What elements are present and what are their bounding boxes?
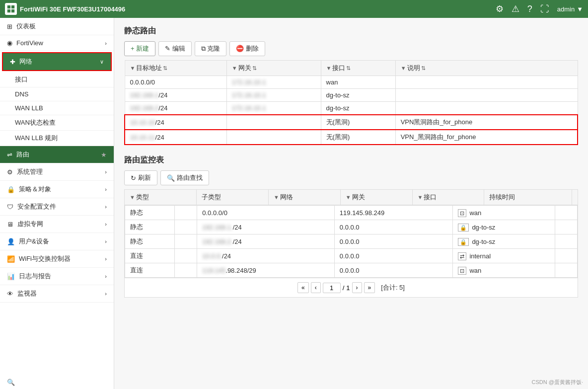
fullscreen-icon[interactable]: ⛶ (540, 4, 549, 14)
sidebar-item-label: 仪表板 (16, 22, 36, 31)
settings-icon[interactable]: ⚙ (496, 3, 504, 14)
eye-icon: ◉ (7, 39, 12, 47)
route-monitor-title: 路由监控表 (124, 155, 578, 165)
table-row-highlighted[interactable]: 10.10.10/24 无(黑洞) VPN黑洞路由_for_phone (125, 115, 578, 130)
prev-page-btn[interactable]: ‹ (311, 282, 321, 293)
monitor-toolbar: ↻ 刷新 🔍 路由查找 (124, 170, 578, 185)
static-routes-table-wrapper: ▼目标地址⇅ ▼网关⇅ ▼接口⇅ ▼说明⇅ 0.0.0.0/0 172.16.1… (124, 60, 578, 145)
col-iface[interactable]: ▼接口 (412, 190, 484, 205)
chevron-down-icon: ▼ (577, 5, 583, 13)
col-type[interactable]: ▼类型 (125, 190, 197, 205)
col-duration[interactable]: 持续时间 (484, 190, 572, 205)
static-routes-toolbar: + 新建 ✎ 编辑 ⧉ 克隆 ⛔ 删除 (124, 41, 578, 56)
chevron-right-icon: › (105, 204, 107, 210)
chevron-right-icon: › (105, 238, 107, 244)
content-area: 静态路由 + 新建 ✎ 编辑 ⧉ 克隆 ⛔ 删除 ▼目标地址⇅ ▼网关⇅ ▼接口… (114, 18, 588, 389)
sidebar-item-wan-llb[interactable]: WAN LLB (0, 101, 114, 115)
col-subtype[interactable]: 子类型 (196, 190, 268, 205)
table-row[interactable]: 静态 0.0.0.0/0 119.145.98.249 ⊡ wan (125, 206, 578, 220)
next-page-btn[interactable]: › (352, 282, 362, 293)
sidebar-item-logs[interactable]: 📊 日志与报告 › (0, 268, 114, 285)
admin-menu[interactable]: admin ▼ (557, 5, 583, 13)
shield-icon: 🛡 (7, 203, 13, 211)
route-search-button[interactable]: 🔍 路由查找 (160, 170, 209, 185)
lock-icon: 🔒 (7, 186, 15, 193)
refresh-button[interactable]: ↻ 刷新 (124, 170, 157, 185)
wifi-icon: 📶 (7, 255, 15, 263)
help-icon[interactable]: ? (527, 4, 532, 14)
sidebar-item-label: 用户&设备 (19, 237, 49, 246)
sidebar-item-routing[interactable]: ⇌ 路由 ★ (0, 146, 114, 163)
table-row[interactable]: 静态 192.168.1./24 0.0.0.0 🔒 dg-to-sz (125, 220, 578, 234)
new-button[interactable]: + 新建 (124, 41, 155, 56)
sidebar-item-dashboard[interactable]: ⊞ 仪表板 (0, 18, 114, 35)
star-icon: ★ (101, 151, 107, 158)
sidebar-item-dns[interactable]: DNS (0, 87, 114, 101)
topbar-title: FortiWiFi 30E FWF30E3U17004496 (20, 5, 125, 13)
sidebar-item-fortiview[interactable]: ◉ FortiView › (0, 35, 114, 51)
route-icon: ⇌ (7, 151, 12, 158)
sidebar-item-wifi[interactable]: 📶 WiFi与交换控制器 › (0, 250, 114, 268)
sidebar-item-label: 虚拟专网 (17, 220, 43, 229)
sidebar-item-monitor[interactable]: 👁 监视器 › (0, 285, 114, 303)
table-row-highlighted2[interactable]: 10.10.11/24 无(黑洞) VPN_黑洞路由_for_phone (125, 130, 578, 145)
sidebar-item-label: 安全配置文件 (17, 202, 56, 211)
sidebar-item-label: 策略＆对象 (19, 185, 51, 194)
interface-icon-wan: ⊡ (458, 209, 466, 217)
topbar-icons: ⚙ ⚠ ? ⛶ admin ▼ (496, 3, 583, 14)
sidebar-search[interactable]: 🔍 (0, 376, 114, 389)
sidebar-item-sysadmin[interactable]: ⚙ 系统管理 › (0, 163, 114, 181)
page-input[interactable] (323, 283, 341, 293)
sidebar-item-wan-status[interactable]: WAN状态检查 (0, 115, 114, 131)
page-total: 1 (346, 284, 350, 292)
pagination: « ‹ / 1 › » [合计: 5] (124, 278, 578, 298)
chevron-right-icon: › (105, 291, 107, 297)
monitor-table-scroll[interactable]: 静态 0.0.0.0/0 119.145.98.249 ⊡ wan 静态 (124, 205, 578, 278)
sidebar-item-policy[interactable]: 🔒 策略＆对象 › (0, 181, 114, 198)
search-icon: 🔍 (7, 379, 15, 386)
interface-icon-internal: ⇄ (458, 252, 466, 260)
sidebar-item-users[interactable]: 👤 用户&设备 › (0, 233, 114, 250)
table-row[interactable]: 0.0.0.0/0 172.16.10.1 wan (125, 76, 578, 89)
table-row[interactable]: 直连 119.145.98.248/29 0.0.0.0 ⊡ wan (125, 263, 578, 278)
sidebar-item-network[interactable]: ✚ 网络 ∨ (3, 53, 111, 70)
svg-rect-0 (7, 5, 10, 8)
sidebar-item-label: WiFi与交换控制器 (19, 254, 71, 263)
sidebar-item-interface[interactable]: 接口 (0, 72, 114, 87)
person-icon: 👤 (7, 238, 15, 245)
edit-button[interactable]: ✎ 编辑 (158, 41, 192, 56)
chevron-right-icon: › (105, 256, 107, 262)
table-row[interactable]: 192.168.2/24 172.16.10.1 dg-to-sz (125, 102, 578, 115)
clone-button[interactable]: ⧉ 克隆 (195, 41, 227, 56)
first-page-btn[interactable]: « (297, 282, 309, 293)
monitor-icon: 🖥 (7, 221, 13, 228)
sidebar-item-security[interactable]: 🛡 安全配置文件 › (0, 198, 114, 216)
delete-button[interactable]: ⛔ 删除 (229, 41, 265, 56)
col-network[interactable]: ▼网络 (268, 190, 340, 205)
col-desc[interactable]: ▼说明⇅ (395, 61, 578, 76)
sidebar-item-vpn[interactable]: 🖥 虚拟专网 › (0, 216, 114, 233)
monitor-table-body: 静态 0.0.0.0/0 119.145.98.249 ⊡ wan 静态 (125, 205, 578, 278)
eye2-icon: 👁 (7, 290, 13, 298)
refresh-icon: ↻ (131, 174, 136, 182)
col-interface[interactable]: ▼接口⇅ (321, 61, 395, 76)
alert-icon[interactable]: ⚠ (512, 3, 519, 14)
table-row[interactable]: 静态 192.168.2./24 0.0.0.0 🔒 dg-to-sz (125, 234, 578, 249)
col-gw[interactable]: ▼网关 (340, 190, 412, 205)
col-gateway[interactable]: ▼网关⇅ (226, 61, 321, 76)
chevron-right-icon: › (105, 186, 107, 192)
sidebar-item-wan-llb-rule[interactable]: WAN LLB 规则 (0, 131, 114, 146)
watermark: CSDN @蛋黄酱拌饭· (532, 379, 583, 386)
interface-icon-dg2: 🔒 (458, 238, 469, 246)
col-dest[interactable]: ▼目标地址⇅ (125, 61, 226, 76)
sidebar-item-label: 监视器 (17, 289, 37, 298)
static-routes-title: 静态路由 (124, 26, 578, 36)
table-row[interactable]: 直连 10.0.0./24 0.0.0.0 ⇄ internal (125, 249, 578, 263)
topbar: FortiWiFi 30E FWF30E3U17004496 ⚙ ⚠ ? ⛶ a… (0, 0, 588, 18)
table-row[interactable]: 192.168.1/24 172.16.10.1 dg-to-sz (125, 89, 578, 102)
sidebar-item-label: FortiView (16, 39, 43, 47)
last-page-btn[interactable]: » (364, 282, 375, 293)
gear-icon: ⚙ (7, 168, 13, 176)
svg-rect-3 (11, 9, 14, 12)
route-monitor-section: 路由监控表 ↻ 刷新 🔍 路由查找 ▼类型 子类型 ▼网络 ▼网 (124, 155, 578, 298)
